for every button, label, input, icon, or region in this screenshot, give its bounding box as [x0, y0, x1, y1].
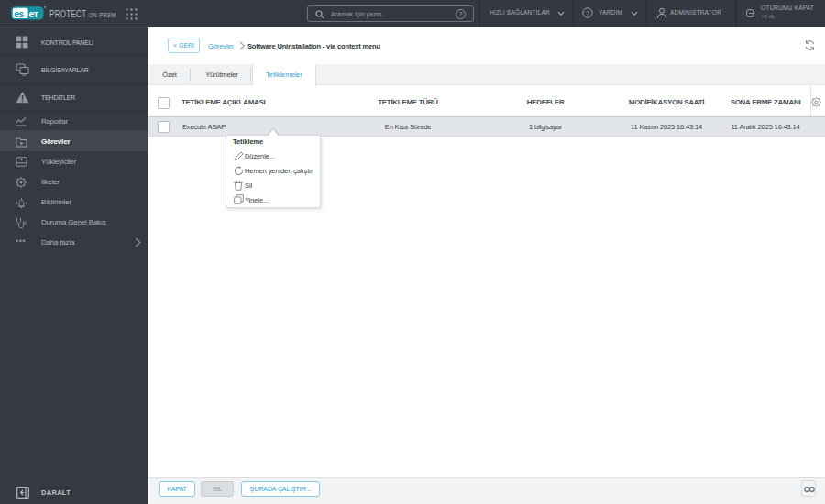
svg-text:es: es: [14, 8, 24, 19]
svg-text:?: ?: [586, 9, 589, 17]
svg-text:ет: ет: [29, 8, 38, 19]
svg-text:?: ?: [459, 11, 463, 17]
